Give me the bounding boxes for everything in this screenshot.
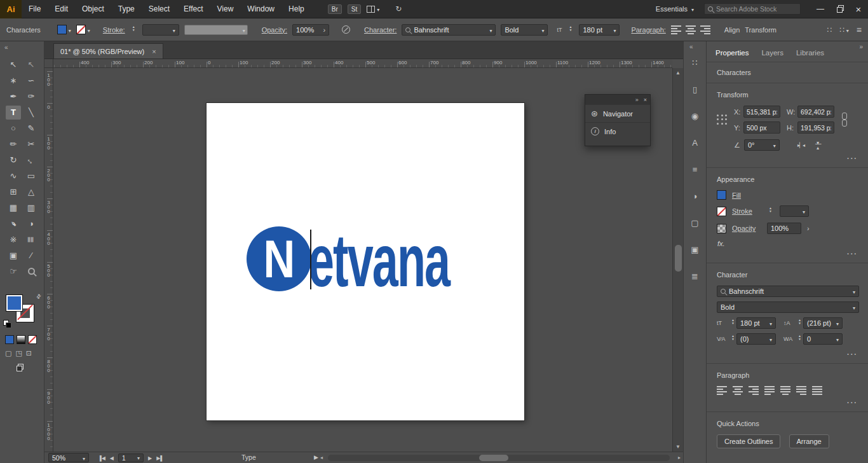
- panel-close-icon[interactable]: ×: [644, 97, 647, 103]
- perspective-grid-tool[interactable]: △: [24, 185, 39, 199]
- kerning-dropdown[interactable]: (0): [736, 333, 776, 345]
- zoom-level-dropdown[interactable]: 50%: [48, 453, 89, 462]
- menu-edit[interactable]: Edit: [48, 0, 75, 18]
- first-artboard-button[interactable]: ▐◀: [98, 455, 105, 461]
- status-menu-icon[interactable]: ▶: [314, 454, 318, 460]
- reference-point-grid[interactable]: [717, 114, 728, 125]
- slice-tool[interactable]: ∕: [24, 249, 39, 263]
- panel-collapse-icon[interactable]: »: [635, 97, 639, 103]
- font-family-dropdown[interactable]: Bahnschrift: [402, 24, 496, 36]
- kerning-stepper[interactable]: ▲▼: [729, 336, 736, 342]
- color-button[interactable]: [5, 335, 14, 344]
- menu-help[interactable]: Help: [281, 0, 311, 18]
- font-style-dropdown[interactable]: Bold: [501, 24, 548, 36]
- stroke-color-swatch[interactable]: [717, 207, 726, 216]
- workspace-switcher[interactable]: Essentials: [656, 5, 694, 13]
- font-size-dropdown[interactable]: 180 pt: [579, 24, 620, 36]
- type-tool[interactable]: T: [6, 106, 21, 120]
- transform-panel-link[interactable]: Transform: [745, 26, 776, 34]
- effects-button[interactable]: fx.: [717, 240, 859, 247]
- selection-tool[interactable]: ↖: [6, 58, 21, 72]
- eyedropper-tool[interactable]: ✒: [3, 213, 24, 234]
- column-graph-tool[interactable]: ≣: [24, 232, 38, 247]
- width-field[interactable]: [797, 106, 834, 118]
- draw-inside-icon[interactable]: ⊡: [26, 349, 32, 357]
- stock-button[interactable]: St: [348, 4, 361, 14]
- close-tab-icon[interactable]: ×: [152, 48, 156, 55]
- justify-last-left-icon[interactable]: [764, 386, 775, 395]
- swap-fill-stroke-icon[interactable]: ⇄: [35, 293, 43, 300]
- rotation-dropdown[interactable]: 0°: [744, 139, 780, 151]
- more-transform-options-button[interactable]: ···: [717, 153, 859, 165]
- stroke-weight-stepper[interactable]: ▲▼: [130, 27, 137, 33]
- horizontal-scroll-handle[interactable]: [479, 455, 508, 461]
- fill-color-swatch[interactable]: [717, 190, 726, 200]
- artboards-panel-icon[interactable]: ▯: [688, 82, 703, 96]
- ruler-origin-corner[interactable]: [44, 59, 53, 68]
- sync-settings-icon[interactable]: ↻: [395, 4, 402, 13]
- navigator-panel-tab[interactable]: ⊛ Navigator: [585, 104, 650, 122]
- panel-menu-icon[interactable]: ≡: [857, 25, 862, 35]
- artboard-tool[interactable]: ▣: [6, 249, 21, 263]
- rotate-tool[interactable]: ↻: [6, 153, 21, 167]
- align-right-icon[interactable]: [700, 25, 710, 34]
- opacity-dropdown[interactable]: 100%: [767, 223, 801, 234]
- paragraph-panel-link[interactable]: Paragraph:: [631, 26, 665, 34]
- tracking-dropdown[interactable]: 0: [803, 333, 843, 345]
- scale-tool[interactable]: ↔: [21, 149, 42, 170]
- grid-panel-icon[interactable]: ∷: [688, 55, 703, 69]
- opacity-dropdown[interactable]: 100%›: [292, 24, 329, 36]
- height-field[interactable]: [797, 121, 834, 134]
- artboard-number-dropdown[interactable]: 1: [118, 453, 144, 462]
- menu-select[interactable]: Select: [142, 0, 177, 18]
- bridge-button[interactable]: Br: [328, 4, 342, 14]
- blend-tool[interactable]: ◑: [24, 217, 39, 231]
- appearance-panel-icon[interactable]: ▢: [688, 216, 703, 230]
- draw-normal-icon[interactable]: ▢: [5, 349, 11, 357]
- recolor-artwork-icon[interactable]: [342, 25, 350, 34]
- line-segment-tool[interactable]: ╲: [24, 106, 39, 120]
- magic-wand-tool[interactable]: ∗: [6, 74, 21, 88]
- direct-selection-tool[interactable]: ↖: [24, 58, 39, 72]
- artboard[interactable]: N etvana: [207, 103, 524, 420]
- fill-link[interactable]: Fill: [732, 191, 761, 199]
- collapse-tools-icon[interactable]: «: [4, 44, 8, 51]
- menu-window[interactable]: Window: [240, 0, 281, 18]
- font-family-dropdown[interactable]: Bahnschrift: [717, 286, 859, 297]
- flip-vertical-icon[interactable]: ▸▏◂: [815, 141, 821, 148]
- stroke-panel-link[interactable]: Stroke:: [103, 26, 125, 34]
- opacity-swatch[interactable]: [717, 224, 726, 233]
- mesh-tool[interactable]: ▦: [6, 201, 21, 215]
- font-size-stepper[interactable]: ▲▼: [729, 320, 736, 326]
- default-fill-stroke-icon[interactable]: [3, 320, 11, 328]
- menu-view[interactable]: View: [210, 0, 241, 18]
- menu-file[interactable]: File: [22, 0, 48, 18]
- close-button[interactable]: ×: [849, 0, 868, 18]
- align-center-icon[interactable]: [686, 25, 696, 34]
- tab-layers[interactable]: Layers: [761, 49, 783, 57]
- stroke-weight-stepper[interactable]: ▲▼: [767, 208, 774, 214]
- color-panel-icon[interactable]: ◉: [688, 109, 703, 123]
- scroll-down-icon[interactable]: ▼: [673, 444, 683, 450]
- search-input[interactable]: [716, 5, 797, 13]
- align-center-icon[interactable]: [733, 386, 743, 395]
- more-options-dropdown[interactable]: ∷: [839, 25, 849, 34]
- free-transform-tool[interactable]: ▭: [24, 169, 39, 183]
- opacity-link[interactable]: Opacity: [732, 225, 761, 232]
- character-panel-link[interactable]: Character:: [364, 26, 397, 34]
- scroll-up-icon[interactable]: ▲: [673, 70, 683, 76]
- next-artboard-button[interactable]: ▶: [148, 455, 152, 461]
- justify-all-icon[interactable]: [812, 386, 822, 395]
- layers-panel-icon[interactable]: ▣: [688, 242, 703, 256]
- pencil-tool[interactable]: ✏: [6, 137, 21, 151]
- more-appearance-options-button[interactable]: ···: [717, 249, 859, 260]
- draw-behind-icon[interactable]: ◳: [15, 349, 22, 357]
- vertical-scroll-handle[interactable]: [675, 245, 682, 272]
- font-size-stepper[interactable]: ▲▼: [567, 27, 574, 33]
- y-field[interactable]: [743, 121, 780, 134]
- curvature-tool[interactable]: ✑: [24, 90, 39, 104]
- screen-mode-button[interactable]: [17, 364, 22, 372]
- paintbrush-tool[interactable]: ✎: [24, 121, 39, 135]
- font-style-dropdown[interactable]: Bold: [717, 301, 859, 313]
- swatches-panel-icon[interactable]: ◑: [688, 189, 703, 203]
